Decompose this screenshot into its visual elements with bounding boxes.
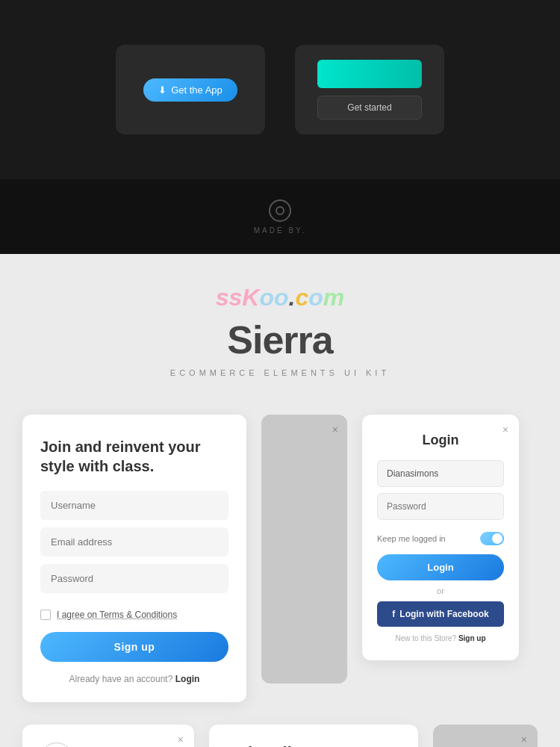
- terms-row: I agree on Terms & Conditions: [40, 610, 228, 620]
- middle-close-button[interactable]: ×: [332, 424, 338, 436]
- made-by-label: MADE BY.: [254, 226, 307, 235]
- top-dark-section: ⬇ Get the App Get started: [0, 0, 560, 179]
- made-by-section: MADE BY.: [0, 179, 560, 254]
- keep-logged-label: Keep me logged in: [377, 534, 446, 543]
- coupon-card: × ◇ We have a coupon for you today! Prae…: [22, 725, 194, 747]
- keep-logged-row: Keep me logged in: [377, 532, 504, 545]
- main-cards-section: Join and reinvent your style with class.…: [0, 400, 560, 717]
- download-icon: ⬇: [158, 84, 167, 96]
- right-image-card: ×: [433, 725, 538, 747]
- signup-card: Join and reinvent your style with class.…: [22, 415, 246, 702]
- signup-button[interactable]: Sign up: [40, 632, 228, 662]
- teal-bar: [317, 60, 422, 88]
- newsletter-title: Subscribe to our Newsletter: [227, 743, 400, 747]
- already-account-text: Already have an account? Login: [40, 674, 228, 684]
- signup-link[interactable]: Sign up: [458, 634, 486, 642]
- login-button[interactable]: Login: [377, 554, 504, 580]
- made-by-circle-icon: [269, 199, 291, 222]
- terms-checkbox[interactable]: [40, 610, 51, 620]
- brand-subtitle: ECOMMERCE ELEMENTS UI KIT: [170, 368, 390, 377]
- login-password-input[interactable]: [377, 493, 504, 520]
- password-input[interactable]: [40, 564, 228, 593]
- app-promo-card: ⬇ Get the App: [116, 45, 265, 134]
- get-started-card: Get started: [295, 45, 444, 134]
- right-close-button[interactable]: ×: [521, 734, 527, 746]
- brand-section: ssKoo.com Sierra ECOMMERCE ELEMENTS UI K…: [0, 254, 560, 400]
- get-app-button[interactable]: ⬇ Get the App: [143, 78, 237, 102]
- get-started-button[interactable]: Get started: [317, 96, 422, 120]
- login-close-button[interactable]: ×: [503, 424, 508, 436]
- email-input[interactable]: [40, 527, 228, 557]
- login-card: × Login Keep me logged in Login or f Log…: [362, 415, 519, 660]
- keep-logged-toggle[interactable]: [480, 532, 504, 545]
- new-to-store-text: New to this Store? Sign up: [377, 634, 504, 642]
- login-title: Login: [377, 433, 504, 448]
- facebook-icon: f: [392, 609, 395, 619]
- newsletter-card: Subscribe to our Newsletter Praesent ips…: [209, 725, 418, 747]
- facebook-login-button[interactable]: f Login with Facebook: [377, 601, 504, 627]
- diamond-icon: ◇: [40, 743, 73, 747]
- terms-label: I agree on Terms & Conditions: [57, 610, 177, 620]
- login-link[interactable]: Login: [175, 674, 200, 684]
- bottom-cards-section: × ◇ We have a coupon for you today! Prae…: [0, 717, 560, 747]
- coupon-close-button[interactable]: ×: [178, 734, 184, 746]
- middle-image-card: ×: [261, 415, 347, 684]
- brand-name: Sierra: [227, 317, 332, 362]
- login-username-input[interactable]: [377, 460, 504, 487]
- brand-logo: ssKoo.com: [216, 284, 344, 311]
- signup-title: Join and reinvent your style with class.: [40, 437, 228, 476]
- or-divider: or: [377, 586, 504, 595]
- username-input[interactable]: [40, 491, 228, 520]
